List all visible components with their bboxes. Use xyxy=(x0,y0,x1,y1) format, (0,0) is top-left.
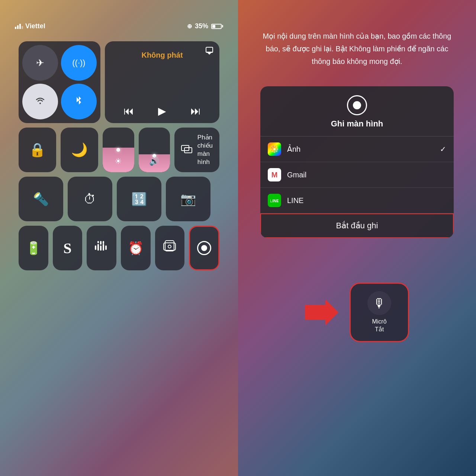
signal-bar-2 xyxy=(17,25,19,29)
signal-bar-4 xyxy=(22,26,23,29)
bottom-row: 🔋 S xyxy=(19,226,219,270)
media-player: Không phát ⏮ ▶ ⏭ xyxy=(105,41,219,123)
shazam-button[interactable]: S xyxy=(53,226,83,270)
wifi-icon xyxy=(35,96,46,107)
svg-rect-8 xyxy=(100,245,102,251)
voice-icon xyxy=(94,240,109,256)
battery-widget-button[interactable]: 🔋 xyxy=(19,226,48,270)
top-row: ✈ ((·)) xyxy=(19,41,219,123)
dialog-item-photos-checkmark: ✓ xyxy=(440,145,446,154)
bottom-area: 🎙 Micrô Tắt xyxy=(305,283,409,342)
carrier-label: Viettel xyxy=(25,22,45,30)
info-text: Mọi nội dung trên màn hình của bạn, bao … xyxy=(253,30,461,68)
start-record-button[interactable]: Bắt đầu ghi xyxy=(260,213,454,238)
carrier-signal: Viettel xyxy=(15,22,45,30)
record-inner xyxy=(201,245,207,251)
status-right: ⊕ 35% xyxy=(187,22,223,30)
screen-mirror-label: Phản chiếu màn hình xyxy=(197,134,213,166)
airplay-icon[interactable] xyxy=(205,46,213,57)
svg-rect-3 xyxy=(97,241,99,243)
signal-bar-3 xyxy=(19,24,21,29)
calculator-button[interactable]: 🔢 xyxy=(117,177,161,221)
dialog-item-gmail-label: Gmail xyxy=(287,171,446,179)
camera-icon: 📷 xyxy=(180,192,196,206)
svg-rect-9 xyxy=(103,244,104,251)
second-row: 🔒 🌙 ☀ 🔊 xyxy=(19,128,219,172)
lock-icon: 🔒 xyxy=(29,142,46,158)
hotspot-icon: ((·)) xyxy=(72,58,85,68)
lock-rotation-icon: ⊕ xyxy=(187,23,192,30)
airplane-icon: ✈ xyxy=(36,57,44,69)
dialog-record-inner xyxy=(353,101,361,109)
brightness-dot xyxy=(116,148,120,152)
voice-button[interactable] xyxy=(87,226,116,270)
do-not-disturb-button[interactable]: 🌙 xyxy=(61,128,98,172)
photos-app-icon xyxy=(268,142,281,156)
control-center-grid: ✈ ((·)) xyxy=(19,41,219,270)
voice-memo-button[interactable] xyxy=(155,226,185,270)
voice-memo-icon xyxy=(163,240,176,256)
connectivity-group: ✈ ((·)) xyxy=(19,41,100,123)
screen-mirror-button[interactable]: Phản chiếu màn hình xyxy=(174,128,219,172)
media-title: Không phát xyxy=(112,51,213,60)
battery-icon xyxy=(211,24,223,29)
dialog-header: Ghi màn hình xyxy=(260,86,454,136)
media-controls: ⏮ ▶ ⏭ xyxy=(112,97,213,117)
signal-bar-1 xyxy=(15,27,16,29)
mic-icon-circle: 🎙 xyxy=(367,291,391,315)
dialog-item-gmail[interactable]: M Gmail xyxy=(260,162,454,188)
brightness-slider[interactable]: ☀ xyxy=(103,128,134,172)
dialog-item-photos-label: Ảnh xyxy=(287,145,440,154)
svg-marker-18 xyxy=(305,299,338,325)
moon-icon: 🌙 xyxy=(71,142,88,158)
hotspot-button[interactable]: ((·)) xyxy=(61,45,97,81)
status-bar: Viettel ⊕ 35% xyxy=(11,22,227,30)
screen-mirror-icon xyxy=(181,144,192,156)
record-icon xyxy=(197,241,211,255)
play-button[interactable]: ▶ xyxy=(158,105,166,117)
dialog-item-photos[interactable]: Ảnh ✓ xyxy=(260,136,454,162)
prev-button[interactable]: ⏮ xyxy=(123,105,134,117)
line-app-icon: LINE xyxy=(268,194,281,207)
svg-rect-10 xyxy=(105,245,107,250)
signal-bars-icon xyxy=(15,24,23,29)
gmail-app-icon: M xyxy=(268,168,281,181)
airplane-mode-button[interactable]: ✈ xyxy=(22,45,58,81)
shazam-icon: S xyxy=(63,239,71,257)
volume-icon: 🔊 xyxy=(149,157,159,166)
svg-rect-7 xyxy=(97,244,99,251)
battery-widget-icon: 🔋 xyxy=(26,241,41,255)
volume-slider[interactable]: 🔊 xyxy=(139,128,170,172)
timer-icon: ⏱ xyxy=(84,192,96,206)
bluetooth-button[interactable] xyxy=(61,84,97,119)
calculator-icon: 🔢 xyxy=(131,192,147,206)
next-button[interactable]: ⏭ xyxy=(190,105,201,117)
svg-rect-4 xyxy=(100,241,102,245)
red-arrow-icon xyxy=(305,299,338,325)
mic-button[interactable]: 🎙 Micrô Tắt xyxy=(350,283,409,342)
dialog-record-icon xyxy=(347,95,367,115)
timer-button[interactable]: ⏱ xyxy=(68,177,112,221)
bluetooth-icon xyxy=(75,95,83,109)
alarm-icon: ⏰ xyxy=(128,241,144,255)
svg-rect-0 xyxy=(206,47,213,52)
left-panel: Viettel ⊕ 35% ✈ ((·)) xyxy=(0,0,238,476)
svg-text:LINE: LINE xyxy=(270,199,279,203)
svg-point-13 xyxy=(168,245,171,248)
alarm-button[interactable]: ⏰ xyxy=(121,226,151,270)
flashlight-icon: 🔦 xyxy=(33,192,49,206)
svg-rect-5 xyxy=(103,241,104,244)
mic-label: Micrô Tắt xyxy=(372,318,386,334)
recording-dialog: Ghi màn hình Ả xyxy=(260,86,454,238)
battery-percent-label: 35% xyxy=(195,22,208,30)
dialog-title: Ghi màn hình xyxy=(331,119,383,129)
orientation-lock-button[interactable]: 🔒 xyxy=(19,128,56,172)
right-panel: Mọi nội dung trên màn hình của bạn, bao … xyxy=(238,0,476,476)
camera-button[interactable]: 📷 xyxy=(166,177,210,221)
flashlight-button[interactable]: 🔦 xyxy=(19,177,63,221)
mic-icon: 🎙 xyxy=(373,296,386,311)
wifi-button[interactable] xyxy=(22,84,58,119)
dialog-item-line[interactable]: LINE LINE xyxy=(260,188,454,213)
screen-record-button[interactable] xyxy=(189,226,219,270)
svg-point-15 xyxy=(273,148,276,150)
